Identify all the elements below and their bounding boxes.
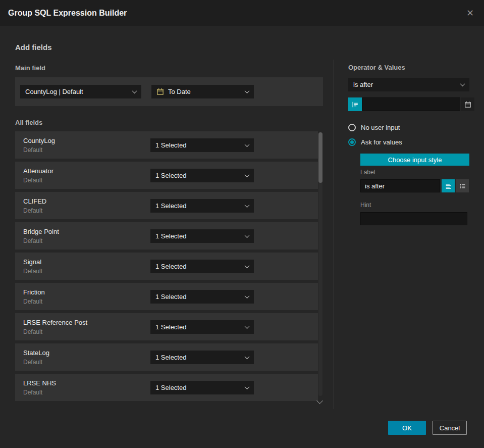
calendar-icon [156,88,164,95]
dialog-title: Group SQL Expression Builder [8,9,127,18]
radio-ask-for-values-label: Ask for values [361,138,402,146]
field-name: CountyLog [23,137,150,144]
field-row: Signal Default 1 Selected [15,253,318,280]
field-subtitle: Default [23,207,150,214]
panel-divider [334,60,334,409]
value-input-mode-button[interactable] [348,97,362,111]
operator-select[interactable]: is after [348,78,469,91]
chevron-down-icon [245,142,250,147]
field-selection-select[interactable]: 1 Selected [150,169,254,182]
radio-no-user-input-label: No user input [361,124,400,131]
main-field-select[interactable]: CountyLog | Default [20,85,141,98]
field-name: LRSE Reference Post [23,319,150,326]
field-info: Attenuator Default [23,167,150,184]
field-subtitle: Default [23,298,150,305]
operator-select-value: is after [353,81,373,88]
main-field-select-value: CountyLog | Default [25,88,83,95]
field-subtitle: Default [23,237,150,244]
chevron-down-icon [245,293,250,298]
radio-selected-icon [348,138,356,146]
chevron-down-icon [245,88,250,93]
field-selection-select[interactable]: 1 Selected [150,381,254,394]
calendar-icon [464,101,471,108]
field-row: LRSE NHS Default 1 Selected [15,374,318,401]
label-input[interactable] [360,179,440,192]
chevron-down-icon [245,384,250,389]
field-selection-value: 1 Selected [155,172,186,179]
field-selection-select[interactable]: 1 Selected [150,290,254,304]
cancel-button[interactable]: Cancel [433,421,467,435]
label-input-row [360,179,469,192]
field-subtitle: Default [23,146,150,154]
field-subtitle: Default [23,328,150,335]
field-selection-value: 1 Selected [155,263,186,270]
field-selection-select[interactable]: 1 Selected [150,351,254,364]
input-style-text-button[interactable] [442,179,455,192]
chevron-down-icon [245,233,250,238]
ok-button[interactable]: OK [388,421,426,435]
field-row: Attenuator Default 1 Selected [15,162,318,189]
fields-list: CountyLog Default 1 Selected Attenuator … [15,131,318,401]
add-fields-heading: Add fields [15,43,52,52]
chevron-down-icon [245,203,250,208]
dialog-header: Group SQL Expression Builder ✕ [0,0,484,26]
chevron-down-icon [245,263,250,268]
field-name: LRSE NHS [23,379,150,387]
field-info: LRSE NHS Default [23,379,150,396]
field-name: Bridge Point [23,228,150,235]
field-info: CountyLog Default [23,137,150,154]
field-selection-value: 1 Selected [155,384,186,391]
field-selection-select[interactable]: 1 Selected [150,229,254,243]
date-field-select-value: To Date [168,88,191,95]
field-info: StateLog Default [23,349,150,366]
field-name: StateLog [23,349,150,357]
field-info: LRSE Reference Post Default [23,319,150,335]
field-subtitle: Default [23,359,150,366]
hint-input[interactable] [360,212,467,225]
field-selection-value: 1 Selected [155,354,186,361]
field-selection-value: 1 Selected [155,293,186,301]
field-name: CLIFED [23,197,150,205]
scrollbar-thumb[interactable] [318,132,322,183]
field-selection-value: 1 Selected [155,202,186,210]
field-name: Signal [23,258,150,266]
chevron-down-icon [245,354,250,359]
field-row: CLIFED Default 1 Selected [15,192,318,219]
field-selection-value: 1 Selected [155,232,186,240]
field-selection-select[interactable]: 1 Selected [150,199,254,213]
field-selection-select[interactable]: 1 Selected [150,260,254,273]
field-row: CountyLog Default 1 Selected [15,131,318,159]
choose-input-style-button[interactable]: Choose input style [360,154,469,166]
field-info: Friction Default [23,288,150,305]
bulleted-list-icon [459,183,466,189]
field-info: CLIFED Default [23,197,150,214]
main-field-panel: CountyLog | Default To Date [15,77,323,106]
field-row: StateLog Default 1 Selected [15,343,318,371]
field-selection-select[interactable]: 1 Selected [150,138,254,152]
text-lines-icon [352,101,359,108]
label-caption: Label [360,169,375,176]
chevron-down-icon [132,88,137,93]
close-icon[interactable]: ✕ [464,7,476,20]
field-name: Friction [23,288,150,296]
field-info: Signal Default [23,258,150,275]
field-subtitle: Default [23,389,150,396]
radio-no-user-input[interactable]: No user input [348,124,400,131]
field-selection-value: 1 Selected [155,323,186,331]
calendar-button[interactable] [461,97,474,111]
field-selection-select[interactable]: 1 Selected [150,320,254,334]
field-row: Bridge Point Default 1 Selected [15,222,318,250]
main-field-heading: Main field [15,64,45,72]
input-style-list-button[interactable] [456,179,469,192]
chevron-down-icon [460,81,465,86]
value-input[interactable] [362,97,460,111]
field-subtitle: Default [23,268,150,275]
field-row: Friction Default 1 Selected [15,283,318,310]
radio-ask-for-values[interactable]: Ask for values [348,138,402,146]
field-info: Bridge Point Default [23,228,150,244]
field-name: Attenuator [23,167,150,175]
list-scrollbar[interactable] [318,132,322,396]
value-input-row [348,97,469,111]
operator-values-heading: Operator & Values [348,64,405,71]
date-field-select[interactable]: To Date [151,85,254,98]
